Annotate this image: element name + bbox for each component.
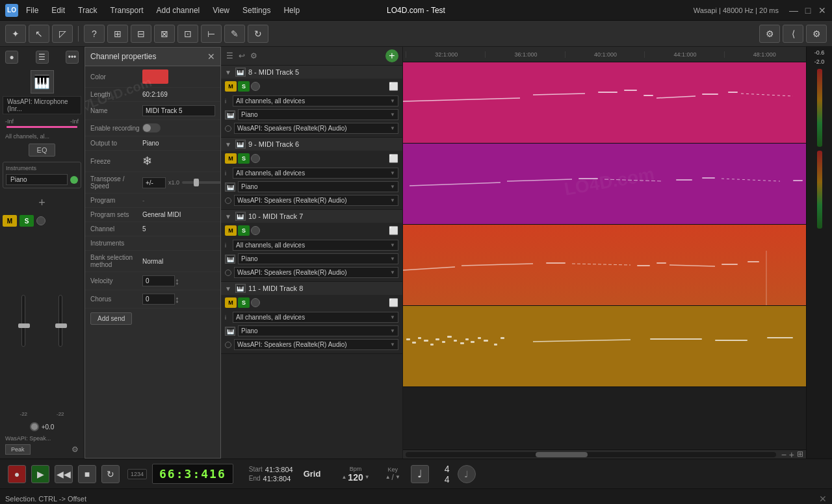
track-8-instrument-select[interactable]: Piano ▼ xyxy=(238,109,398,120)
add-send-button[interactable]: Add send xyxy=(90,312,132,325)
key-down-arrow[interactable]: ▼ xyxy=(395,474,400,480)
track-10-solo[interactable]: S xyxy=(238,225,250,236)
metronome-button[interactable]: ♩ xyxy=(411,465,429,483)
track-9-expand-icon[interactable]: ▼ xyxy=(225,141,231,148)
track-10-expand-icon[interactable]: ▼ xyxy=(225,213,231,220)
track-10-output-select[interactable]: WasAPI: Speakers (Realtek(R) Audio) ▼ xyxy=(234,267,398,278)
fader-thumb-right[interactable] xyxy=(55,323,67,328)
track-9-solo[interactable]: S xyxy=(238,153,250,164)
track-10-type-icon[interactable]: 🎹 xyxy=(235,212,246,221)
transpose-slider[interactable] xyxy=(182,181,221,184)
loop-button[interactable]: ↻ xyxy=(101,465,120,483)
menu-btn[interactable]: ☰ xyxy=(36,51,49,64)
name-input[interactable] xyxy=(142,105,215,116)
track-9-mute[interactable]: M xyxy=(225,153,237,164)
gear-icon[interactable]: ⚙ xyxy=(806,25,827,43)
track-11-mute[interactable]: M xyxy=(225,297,237,308)
peak-button[interactable]: Peak xyxy=(5,444,31,455)
instrument-icon[interactable]: 🎹 xyxy=(31,70,54,94)
menu-transport[interactable]: Transport xyxy=(108,5,146,16)
track-11-input-select[interactable]: All channels, all devices ▼ xyxy=(233,312,398,323)
menu-help[interactable]: Help xyxy=(281,5,302,16)
add-instrument-button[interactable]: + xyxy=(3,196,81,210)
fit-icon[interactable]: ⊞ xyxy=(797,449,803,459)
scrollbar-track[interactable] xyxy=(406,452,776,457)
track-8-camera-icon[interactable]: ⬜ xyxy=(389,82,398,91)
track-8-expand-icon[interactable]: ▼ xyxy=(225,69,231,76)
track-11-type-icon[interactable]: 🎹 xyxy=(235,284,246,293)
track-8-type-icon[interactable]: 🎹 xyxy=(235,68,246,77)
velocity-arrow-up[interactable]: ↕ xyxy=(175,276,179,286)
tracks-canvas[interactable]: LO4D.com xyxy=(403,62,806,449)
tool-cut[interactable]: ◸ xyxy=(52,25,73,43)
channel-props-close[interactable]: ✕ xyxy=(207,51,215,62)
record-button[interactable]: ● xyxy=(8,465,26,483)
menu-view[interactable]: View xyxy=(210,5,232,16)
more-btn[interactable]: ••• xyxy=(66,51,79,64)
scrollbar-thumb[interactable] xyxy=(536,452,588,457)
track-8-mute[interactable]: M xyxy=(225,81,237,92)
instrument-name[interactable]: Piano xyxy=(6,174,68,185)
track-10-record[interactable] xyxy=(251,226,260,235)
track-lane-6[interactable]: LO4D.com xyxy=(403,144,806,225)
tool-fx[interactable]: ⊡ xyxy=(177,25,198,43)
tool-mixer[interactable]: ⊞ xyxy=(107,25,128,43)
bpm-down-arrow[interactable]: ▼ xyxy=(365,474,370,480)
track-8-output-select[interactable]: WasAPI: Speakers (Realtek(R) Audio) ▼ xyxy=(234,123,398,134)
track-8-input-select[interactable]: All channels, all devices ▼ xyxy=(233,95,398,107)
track-8-solo[interactable]: S xyxy=(238,81,250,92)
pitch-button[interactable]: ♩ xyxy=(458,465,476,483)
track-9-record[interactable] xyxy=(251,154,260,163)
key-up-arrow[interactable]: ▲ xyxy=(385,474,391,480)
tool-undo[interactable]: ↻ xyxy=(248,25,268,43)
mute-button[interactable]: M xyxy=(3,215,17,227)
track-10-mute[interactable]: M xyxy=(225,225,237,236)
chorus-input[interactable] xyxy=(142,294,175,305)
record-btn[interactable]: ● xyxy=(5,51,18,64)
zoom-out-icon[interactable]: − xyxy=(781,449,786,459)
track-11-solo[interactable]: S xyxy=(238,297,250,308)
chorus-arrow[interactable]: ↕ xyxy=(175,294,179,305)
track-lane-5[interactable] xyxy=(403,62,806,144)
tool-draw[interactable]: ✎ xyxy=(224,25,245,43)
tool-add[interactable]: ✦ xyxy=(5,25,26,43)
menu-file[interactable]: File xyxy=(23,5,41,16)
track-lane-8[interactable] xyxy=(403,306,806,387)
share-icon[interactable]: ⟨ xyxy=(783,25,803,43)
track-11-instrument-select[interactable]: Piano ▼ xyxy=(238,325,398,336)
tool-piano[interactable]: ⊟ xyxy=(131,25,151,43)
fader-thumb-left[interactable] xyxy=(18,323,30,328)
zoom-in-icon[interactable]: + xyxy=(789,449,794,459)
menu-edit[interactable]: Edit xyxy=(49,5,68,16)
track-list-gear-icon[interactable]: ⚙ xyxy=(249,50,259,62)
track-list-settings-icon[interactable]: ↩ xyxy=(237,50,246,62)
track-9-input-select[interactable]: All channels, all devices ▼ xyxy=(233,168,398,179)
track-11-camera-icon[interactable]: ⬜ xyxy=(389,298,398,307)
track-8-instrument-icon[interactable]: 🎹 xyxy=(225,110,235,120)
bpm-up-arrow[interactable]: ▲ xyxy=(341,474,346,480)
window-controls[interactable]: — □ ✕ xyxy=(789,6,827,15)
menu-settings[interactable]: Settings xyxy=(240,5,273,16)
track-10-camera-icon[interactable]: ⬜ xyxy=(389,226,398,235)
menu-bar[interactable]: File Edit Track Transport Add channel Vi… xyxy=(23,5,694,16)
tool-sends[interactable]: ⊢ xyxy=(201,25,222,43)
play-button[interactable]: ▶ xyxy=(31,465,49,483)
track-9-type-icon[interactable]: 🎹 xyxy=(235,140,246,149)
status-close-icon[interactable]: ✕ xyxy=(819,494,827,504)
rewind-button[interactable]: ◀◀ xyxy=(55,465,73,483)
tool-help[interactable]: ? xyxy=(84,25,105,43)
enable-recording-toggle[interactable] xyxy=(142,123,161,132)
eq-button[interactable]: EQ xyxy=(29,144,56,157)
tool-select[interactable]: ↖ xyxy=(29,25,49,43)
menu-add-channel[interactable]: Add channel xyxy=(154,5,203,16)
menu-track[interactable]: Track xyxy=(75,5,100,16)
track-10-input-select[interactable]: All channels, all devices ▼ xyxy=(233,240,398,251)
velocity-input[interactable] xyxy=(142,275,175,286)
add-track-button[interactable]: + xyxy=(385,49,398,62)
close-button[interactable]: ✕ xyxy=(818,6,827,15)
maximize-button[interactable]: □ xyxy=(803,6,812,15)
track-11-expand-icon[interactable]: ▼ xyxy=(225,285,231,292)
track-9-output-select[interactable]: WasAPI: Speakers (Realtek(R) Audio) ▼ xyxy=(234,195,398,206)
track-lane-7[interactable] xyxy=(403,225,806,306)
horizontal-scrollbar[interactable]: − + ⊞ xyxy=(403,449,806,459)
